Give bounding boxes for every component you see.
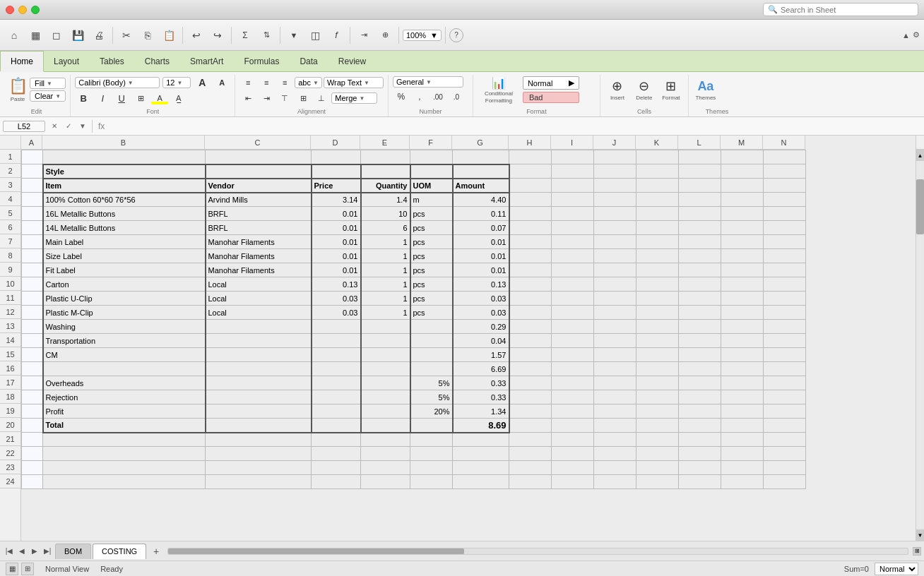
next-sheet-button[interactable]: ▶: [28, 545, 41, 558]
cell-k24[interactable]: [636, 475, 679, 489]
cell-c18[interactable]: [206, 390, 312, 404]
tab-formulas[interactable]: Formulas: [234, 51, 290, 71]
sort-button[interactable]: ⇅: [256, 25, 276, 45]
decimal-decrease-button[interactable]: .0: [448, 90, 465, 103]
cell-g5[interactable]: 0.11: [453, 207, 509, 221]
cell-j17[interactable]: [594, 376, 636, 390]
cell-d15[interactable]: [312, 348, 361, 362]
cell-n10[interactable]: [764, 277, 806, 292]
cell-h19[interactable]: [509, 404, 552, 419]
cell-b21[interactable]: [43, 433, 206, 447]
format-button[interactable]: ⊞ Format: [658, 76, 684, 103]
cell-e15[interactable]: [361, 348, 410, 362]
cell-g4[interactable]: 4.40: [453, 193, 509, 207]
cell-m24[interactable]: [721, 475, 764, 489]
cell-a18[interactable]: [22, 390, 43, 404]
cell-g3[interactable]: Amount: [453, 179, 509, 193]
cell-c2[interactable]: [206, 164, 312, 179]
cell-e14[interactable]: [361, 334, 410, 348]
cell-b7[interactable]: Main Label: [43, 235, 206, 249]
cell-l18[interactable]: [679, 390, 721, 404]
cell-i12[interactable]: [552, 306, 594, 320]
row-header-5[interactable]: 5: [0, 206, 20, 220]
cell-d18[interactable]: [312, 390, 361, 404]
col-header-e[interactable]: E: [360, 136, 410, 150]
cell-g14[interactable]: 0.04: [453, 334, 509, 348]
cell-c21[interactable]: [206, 433, 312, 447]
cell-a12[interactable]: [22, 306, 43, 320]
underline-button[interactable]: U: [113, 92, 130, 104]
cell-h7[interactable]: [509, 235, 552, 249]
prev-sheet-button[interactable]: ◀: [16, 545, 28, 558]
cell-g24[interactable]: [453, 475, 509, 489]
cell-a15[interactable]: [22, 348, 43, 362]
cell-b9[interactable]: Fit Label: [43, 263, 206, 277]
cell-f18[interactable]: 5%: [410, 390, 453, 404]
cell-i23[interactable]: [552, 461, 594, 475]
cell-a17[interactable]: [22, 376, 43, 390]
add-sheet-button[interactable]: +: [149, 544, 163, 558]
cell-h9[interactable]: [509, 263, 552, 277]
sheet-tab-bom[interactable]: BOM: [55, 544, 91, 559]
cell-a7[interactable]: [22, 235, 43, 249]
cell-b8[interactable]: Size Label: [43, 249, 206, 263]
cell-g12[interactable]: 0.03: [453, 306, 509, 320]
cell-b6[interactable]: 14L Metallic Buttons: [43, 221, 206, 235]
cell-k10[interactable]: [636, 277, 679, 292]
cell-n8[interactable]: [764, 249, 806, 263]
cell-n6[interactable]: [764, 221, 806, 235]
cell-e8[interactable]: 1: [361, 249, 410, 263]
cell-d14[interactable]: [312, 334, 361, 348]
h-scroll-thumb[interactable]: [168, 548, 464, 554]
sheet-tab-costing[interactable]: COSTING: [93, 544, 146, 559]
cell-n11[interactable]: [764, 292, 806, 306]
cell-h18[interactable]: [509, 390, 552, 404]
cell-a14[interactable]: [22, 334, 43, 348]
col-header-l[interactable]: L: [678, 136, 721, 150]
cell-e17[interactable]: [361, 376, 410, 390]
cell-c19[interactable]: [206, 404, 312, 419]
cell-l10[interactable]: [679, 277, 721, 292]
layout-view-button[interactable]: ⊞: [21, 563, 34, 575]
col-header-k[interactable]: K: [636, 136, 678, 150]
cell-n5[interactable]: [764, 207, 806, 221]
cell-k2[interactable]: [636, 164, 679, 179]
cell-k17[interactable]: [636, 376, 679, 390]
cell-m14[interactable]: [721, 334, 764, 348]
cell-g7[interactable]: 0.01: [453, 235, 509, 249]
cell-j9[interactable]: [594, 263, 636, 277]
cell-name-box[interactable]: L52: [3, 121, 45, 132]
row-header-1[interactable]: 1: [0, 150, 20, 164]
cell-g9[interactable]: 0.01: [453, 263, 509, 277]
cell-g19[interactable]: 1.34: [453, 404, 509, 419]
row-header-8[interactable]: 8: [0, 248, 20, 263]
cell-a10[interactable]: [22, 277, 43, 292]
cell-k8[interactable]: [636, 249, 679, 263]
cell-g22[interactable]: [453, 447, 509, 461]
cell-m4[interactable]: [721, 193, 764, 207]
cell-k5[interactable]: [636, 207, 679, 221]
cell-i6[interactable]: [552, 221, 594, 235]
cell-g23[interactable]: [453, 461, 509, 475]
cell-d10[interactable]: 0.13: [312, 277, 361, 292]
cell-c24[interactable]: [206, 475, 312, 489]
cell-b20[interactable]: Total: [43, 419, 206, 433]
cell-l6[interactable]: [679, 221, 721, 235]
col-header-a[interactable]: A: [21, 136, 42, 150]
cell-j4[interactable]: [594, 193, 636, 207]
cell-b24[interactable]: [43, 475, 206, 489]
cell-m21[interactable]: [721, 433, 764, 447]
cell-h13[interactable]: [509, 320, 552, 334]
cell-d6[interactable]: 0.01: [312, 221, 361, 235]
align-middle-button[interactable]: ⊞: [295, 92, 312, 104]
cell-f8[interactable]: pcs: [410, 249, 453, 263]
cell-l16[interactable]: [679, 362, 721, 376]
cell-g10[interactable]: 0.13: [453, 277, 509, 292]
grid-view-button[interactable]: ▦: [6, 563, 18, 575]
tab-tables[interactable]: Tables: [90, 51, 135, 71]
cell-m13[interactable]: [721, 320, 764, 334]
cell-m23[interactable]: [721, 461, 764, 475]
cell-b10[interactable]: Carton: [43, 277, 206, 292]
align-top-button[interactable]: ⊤: [276, 92, 293, 104]
cell-h10[interactable]: [509, 277, 552, 292]
